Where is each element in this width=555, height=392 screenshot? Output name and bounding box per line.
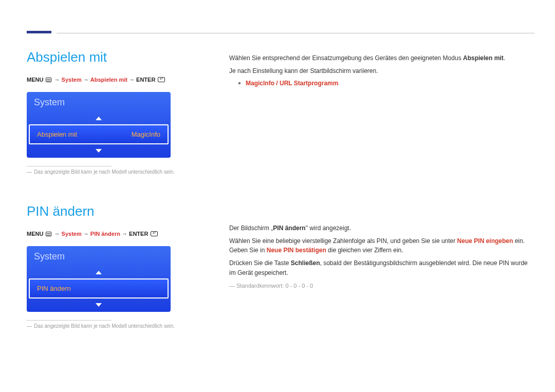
panel-header: System — [27, 246, 171, 265]
text: Drücken Sie die Taste — [229, 259, 291, 267]
system-panel-pin: System PIN ändern — [27, 246, 171, 312]
panel-row-pin[interactable]: PIN ändern — [29, 278, 169, 298]
pin-para-3: Drücken Sie die Taste Schließen, sobald … — [229, 258, 534, 277]
bold-text: Abspielen mit — [463, 54, 504, 62]
section-title-abspielen: Abspielen mit — [27, 49, 186, 65]
sep: → — [129, 77, 136, 83]
system-panel-abspielen: System Abspielen mit MagicInfo — [27, 92, 171, 158]
pin-right-block: Der Bildschirm „PIN ändern" wird angezei… — [229, 223, 534, 289]
sep: → — [122, 231, 129, 237]
section-title-pin: PIN ändern — [27, 203, 186, 219]
abspielen-bullet: MagicInfo / URL Startprogramm — [238, 80, 534, 87]
path-system: System — [62, 231, 82, 237]
text: Der Bildschirm „ — [229, 225, 273, 232]
text: Wählen Sie eine beliebige vierstellige Z… — [229, 237, 457, 245]
enter-icon — [158, 77, 165, 82]
enter-label: ENTER — [136, 77, 155, 83]
text: Wählen Sie entsprechend der Einsatzumgeb… — [229, 54, 463, 62]
header-rule — [57, 33, 534, 33]
chevron-down-wrap[interactable] — [27, 298, 171, 312]
chevron-up-wrap[interactable] — [27, 111, 171, 124]
footnote-pin: Das angezeigte Bild kann je nach Modell … — [27, 323, 186, 330]
footnote-abspielen: Das angezeigte Bild kann je nach Modell … — [27, 169, 186, 176]
bold-text: Schließen — [291, 259, 320, 267]
text: . — [504, 54, 505, 62]
text: die gleichen vier Ziffern ein. — [326, 247, 403, 254]
bullet-text: MagicInfo / URL Startprogramm — [246, 80, 338, 87]
menu-label: MENU — [27, 231, 43, 237]
abspielen-para-2: Je nach Einstellung kann der Startbildsc… — [229, 66, 534, 76]
sep: → — [83, 231, 90, 237]
text: " wird angezeigt. — [306, 225, 351, 232]
menu-path-abspielen: MENU → System → Abspielen mit → ENTER — [27, 77, 186, 83]
path-system: System — [62, 77, 82, 83]
enter-label: ENTER — [129, 231, 148, 237]
header-accent — [27, 31, 51, 33]
sep: → — [54, 231, 62, 237]
chevron-up-icon — [96, 271, 102, 274]
section-pin: PIN ändern MENU → System → PIN ändern → … — [27, 203, 186, 330]
row-label: PIN ändern — [37, 285, 71, 292]
chevron-down-icon — [96, 149, 102, 153]
abspielen-para-1: Wählen Sie entsprechend der Einsatzumgeb… — [229, 53, 534, 63]
pin-para-1: Der Bildschirm „PIN ändern" wird angezei… — [229, 223, 534, 233]
path-item: Abspielen mit — [90, 77, 127, 83]
chevron-up-icon — [96, 117, 102, 120]
divider — [27, 166, 112, 166]
pin-default-password: Standardkennwort: 0 - 0 - 0 - 0 — [229, 283, 534, 289]
enter-icon — [151, 231, 158, 236]
section-abspielen: Abspielen mit MENU → System → Abspielen … — [27, 49, 186, 176]
row-value: MagicInfo — [132, 130, 160, 138]
chevron-up-wrap[interactable] — [27, 265, 171, 278]
divider — [27, 320, 112, 321]
sep: → — [54, 77, 62, 83]
page-content: Abspielen mit MENU → System → Abspielen … — [0, 0, 555, 330]
menu-icon — [46, 78, 51, 82]
red-text: Neue PIN eingeben — [457, 237, 513, 245]
row-label: Abspielen mit — [37, 130, 77, 138]
red-text: Neue PIN bestätigen — [267, 247, 326, 254]
pin-para-2: Wählen Sie eine beliebige vierstellige Z… — [229, 236, 534, 255]
panel-header: System — [27, 92, 171, 111]
chevron-down-icon — [96, 303, 102, 307]
left-column: Abspielen mit MENU → System → Abspielen … — [27, 49, 186, 330]
bullet-icon — [238, 82, 240, 84]
menu-icon — [46, 232, 51, 236]
menu-path-pin: MENU → System → PIN ändern → ENTER — [27, 231, 186, 237]
menu-label: MENU — [27, 77, 43, 83]
path-item: PIN ändern — [90, 231, 120, 237]
chevron-down-wrap[interactable] — [27, 144, 171, 158]
sep: → — [83, 77, 90, 83]
bold-text: PIN ändern — [273, 225, 305, 232]
panel-row-abspielen[interactable]: Abspielen mit MagicInfo — [29, 124, 169, 144]
right-column: Wählen Sie entsprechend der Einsatzumgeb… — [229, 49, 534, 330]
